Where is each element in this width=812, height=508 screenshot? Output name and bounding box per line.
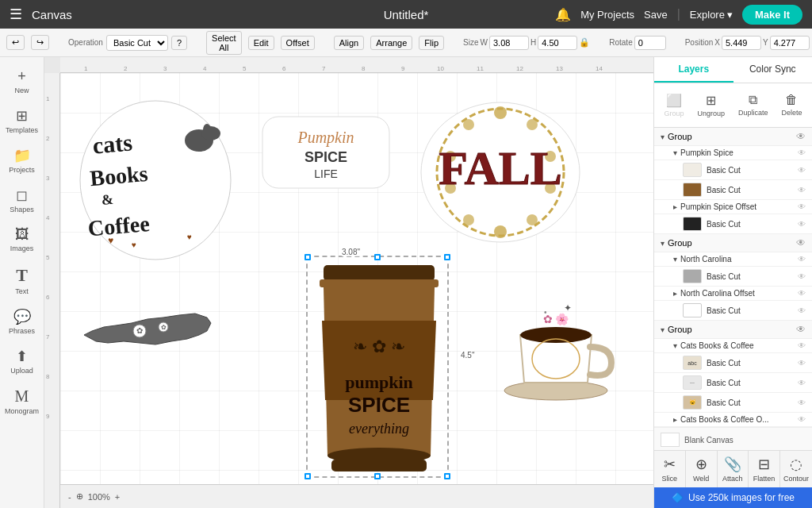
- tab-color-sync[interactable]: Color Sync: [733, 57, 813, 83]
- pumpkin-cup-svg: ❧ ✿ ❧ pumpkin SPICE everything: [308, 257, 450, 479]
- layer-ps-basic2[interactable]: Basic Cut 👁: [654, 180, 812, 200]
- align-button[interactable]: Align: [334, 36, 364, 50]
- eye-icon-1[interactable]: 👁: [796, 131, 806, 142]
- coffee-cup-element[interactable]: ✿ 🌸 ✦ •: [496, 295, 615, 406]
- eye-icon-3[interactable]: 👁: [796, 324, 806, 335]
- pumpkin-cup-element[interactable]: ❧ ✿ ❧ pumpkin SPICE everything: [306, 256, 449, 478]
- group-button[interactable]: ⬜ Group: [659, 90, 688, 121]
- eye-nco1[interactable]: 👁: [798, 306, 806, 315]
- height-input[interactable]: [538, 36, 577, 50]
- undo-button[interactable]: ↩: [6, 35, 25, 50]
- save-button[interactable]: Save: [644, 9, 668, 21]
- canvas-area[interactable]: 1 2 3 4 5 6 7 8 9 10 11 12 13 14 1 2 3 4…: [44, 57, 653, 508]
- slice-tool[interactable]: ✂ Slice: [654, 451, 686, 487]
- flip-button[interactable]: Flip: [419, 36, 444, 50]
- offset-button[interactable]: Offset: [281, 36, 315, 50]
- weld-tool[interactable]: ⊕ Weld: [686, 451, 718, 487]
- eye-nc[interactable]: 👁: [798, 255, 806, 264]
- layer-pumpkin-offset-group[interactable]: ▸ Pumpkin Spice Offset 👁: [654, 200, 812, 214]
- eye-co[interactable]: 👁: [798, 415, 806, 424]
- operation-select[interactable]: Basic Cut: [106, 35, 168, 51]
- bell-icon[interactable]: 🔔: [555, 7, 571, 22]
- layer-cats-basic2[interactable]: ··· Basic Cut 👁: [654, 373, 812, 393]
- rotate-input[interactable]: [634, 36, 666, 50]
- fall-sticker-element[interactable]: FALL: [417, 97, 584, 248]
- sidebar-item-shapes[interactable]: ◻ Shapes: [3, 182, 41, 218]
- blank-canvas-row[interactable]: Blank Canvas: [654, 427, 812, 450]
- layer-ps-basic1[interactable]: Basic Cut 👁: [654, 160, 812, 180]
- eye-nc1[interactable]: 👁: [798, 272, 806, 281]
- eye-ps2[interactable]: 👁: [798, 186, 806, 194]
- explore-button[interactable]: Explore ▾: [690, 9, 733, 21]
- zoom-icon-minus[interactable]: -: [68, 492, 71, 502]
- width-input[interactable]: [489, 36, 529, 50]
- pumpkin-spice-life-element[interactable]: Pumpkin SPICE LIFE: [259, 113, 393, 192]
- sidebar-item-monogram[interactable]: M Monogram: [3, 383, 41, 420]
- promo-banner[interactable]: 🔷 Use 250k images for free: [654, 487, 812, 508]
- duplicate-button[interactable]: ⧉ Duplicate: [733, 90, 773, 121]
- eye-cats2[interactable]: 👁: [798, 379, 806, 387]
- layer-nc-basic1[interactable]: Basic Cut 👁: [654, 267, 812, 287]
- svg-text:cats: cats: [91, 129, 133, 158]
- tab-layers[interactable]: Layers: [654, 57, 733, 83]
- layer-nco-basic1[interactable]: Basic Cut 👁: [654, 301, 812, 321]
- sidebar-item-images[interactable]: 🖼 Images: [3, 221, 41, 257]
- sidebar-item-phrases[interactable]: 💬 Phrases: [3, 303, 41, 340]
- contour-tool[interactable]: ◌ Contour: [780, 451, 812, 487]
- sidebar-item-templates[interactable]: ⊞ Templates: [3, 102, 41, 139]
- eye-icon-2[interactable]: 👁: [796, 237, 806, 248]
- eye-nco[interactable]: 👁: [798, 289, 806, 298]
- operation-help[interactable]: ?: [171, 36, 187, 50]
- eye-cats3[interactable]: 👁: [798, 398, 806, 407]
- phrases-icon: 💬: [13, 308, 31, 325]
- layer-group-1[interactable]: ▾ Group 👁: [654, 128, 812, 146]
- eye-cats1[interactable]: 👁: [798, 359, 806, 368]
- canvas-surface[interactable]: cats Books & Coffee ♥ ♥ ♥: [60, 73, 653, 484]
- layer-cats-basic3[interactable]: 🐱 Basic Cut 👁: [654, 393, 812, 413]
- cats-books-coffee-element[interactable]: cats Books & Coffee ♥ ♥ ♥: [76, 97, 235, 264]
- eye-icon-ps[interactable]: 👁: [798, 148, 806, 157]
- zoom-icon-plus[interactable]: +: [115, 492, 120, 502]
- selection-handle-bl[interactable]: [304, 473, 311, 479]
- layer-pumpkin-spice-group[interactable]: ▾ Pumpkin Spice 👁: [654, 146, 812, 160]
- layer-cats-basic1[interactable]: abc Basic Cut 👁: [654, 353, 812, 373]
- hamburger-icon[interactable]: ☰: [10, 6, 22, 23]
- delete-button[interactable]: 🗑 Delete: [776, 90, 806, 121]
- eye-cats[interactable]: 👁: [798, 341, 806, 350]
- lock-icon[interactable]: 🔒: [579, 37, 590, 48]
- redo-button[interactable]: ↪: [31, 35, 49, 50]
- layer-po-basic1[interactable]: Basic Cut 👁: [654, 214, 812, 234]
- layer-cats-group[interactable]: ▾ Cats Books & Coffee 👁: [654, 339, 812, 353]
- ungroup-icon: ⊞: [706, 93, 716, 108]
- select-all-button[interactable]: Select All: [206, 31, 242, 55]
- layer-nc-group[interactable]: ▾ North Carolina 👁: [654, 252, 812, 267]
- layer-nc-offset-group[interactable]: ▸ North Carolina Offset 👁: [654, 287, 812, 301]
- layer-cats-offset-group[interactable]: ▸ Cats Books & Coffee O... 👁: [654, 413, 812, 427]
- layer-group-3[interactable]: ▾ Group 👁: [654, 321, 812, 339]
- edit-button[interactable]: Edit: [248, 36, 274, 50]
- arrange-button[interactable]: Arrange: [370, 36, 412, 50]
- sidebar-item-new[interactable]: + New: [3, 64, 41, 99]
- north-carolina-element[interactable]: ✿ ✿: [76, 287, 219, 359]
- selection-handle-tm[interactable]: [374, 254, 381, 260]
- attach-tool[interactable]: 📎 Attach: [718, 451, 749, 487]
- layer-pumpkin-offset-name: Pumpkin Spice Offset: [680, 202, 798, 211]
- sidebar-item-text[interactable]: T Text: [3, 260, 41, 300]
- selection-handle-tr[interactable]: [444, 254, 450, 260]
- x-input[interactable]: [722, 36, 761, 50]
- layer-group-2[interactable]: ▾ Group 👁: [654, 234, 812, 252]
- sidebar-item-projects[interactable]: 📁 Projects: [3, 142, 41, 179]
- sidebar-item-upload[interactable]: ⬆ Upload: [3, 343, 41, 379]
- my-projects-link[interactable]: My Projects: [580, 9, 634, 21]
- svg-text:❧ ✿ ❧: ❧ ✿ ❧: [353, 337, 405, 356]
- eye-po[interactable]: 👁: [798, 202, 806, 211]
- make-it-button[interactable]: Make It: [742, 5, 802, 25]
- eye-po1[interactable]: 👁: [798, 220, 806, 229]
- selection-handle-bm[interactable]: [374, 473, 381, 479]
- flatten-tool[interactable]: ⊟ Flatten: [749, 451, 780, 487]
- ungroup-button[interactable]: ⊞ Ungroup: [692, 90, 730, 121]
- selection-handle-br[interactable]: [444, 473, 450, 479]
- y-input[interactable]: [770, 36, 810, 50]
- eye-ps1[interactable]: 👁: [798, 166, 806, 175]
- selection-handle-tl[interactable]: [304, 254, 311, 260]
